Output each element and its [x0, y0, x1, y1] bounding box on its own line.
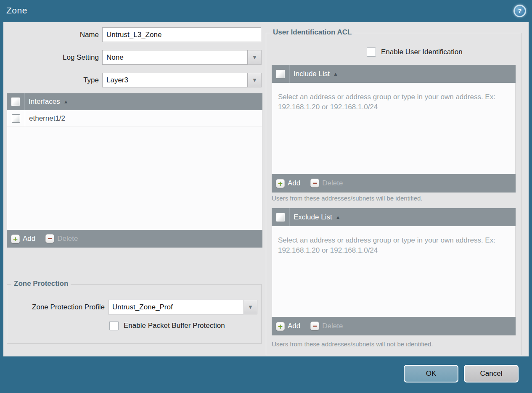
zone-dialog: Zone ? Name Log Setting ▼ Type ▼ Interfa…	[0, 0, 532, 393]
add-button-label: Add	[288, 322, 300, 330]
minus-icon: −	[310, 322, 319, 330]
interfaces-table-header: Interfaces ▲	[7, 93, 262, 110]
include-list-header: Include List ▲	[272, 65, 516, 83]
include-list-footer: + Add − Delete	[272, 174, 516, 193]
name-input[interactable]	[102, 27, 261, 42]
user-identification-legend: User Identification ACL	[270, 28, 354, 37]
exclude-list-column-header[interactable]: Exclude List	[294, 213, 332, 222]
delete-button-label: Delete	[322, 322, 343, 330]
add-button-label: Add	[288, 179, 300, 187]
sort-asc-icon: ▲	[64, 99, 69, 104]
type-input[interactable]	[102, 73, 248, 87]
exclude-list-note: Users from these addresses/subnets will …	[272, 340, 433, 348]
exclude-list-placeholder: Select an address or address group or ty…	[272, 226, 515, 256]
name-label: Name	[3, 27, 99, 42]
zone-protection-profile-input[interactable]	[108, 300, 244, 314]
packet-buffer-protection-label: Enable Packet Buffer Protection	[124, 321, 225, 331]
minus-icon: −	[310, 179, 319, 187]
enable-user-identification-checkbox[interactable]	[367, 47, 376, 57]
enable-user-identification-label: Enable User Identification	[381, 47, 463, 57]
include-add-button[interactable]: + Add	[276, 179, 300, 188]
include-list-body[interactable]: Select an address or address group or ty…	[272, 83, 516, 174]
exclude-select-all-checkbox[interactable]	[276, 213, 285, 222]
exclude-delete-button[interactable]: − Delete	[310, 322, 343, 330]
interfaces-add-button[interactable]: + Add	[11, 235, 35, 243]
log-setting-dropdown-button[interactable]: ▼	[248, 50, 262, 65]
chevron-down-icon: ▼	[252, 55, 257, 60]
interfaces-select-all-checkbox[interactable]	[11, 97, 20, 106]
sort-asc-icon: ▲	[333, 71, 338, 76]
include-list-note: Users from these addresses/subnets will …	[272, 195, 423, 202]
plus-icon: +	[276, 179, 285, 188]
zone-protection-profile-label: Zone Protection Profile	[7, 300, 105, 314]
interface-row-checkbox-cell	[7, 110, 25, 127]
include-list-placeholder: Select an address or address group or ty…	[272, 83, 515, 112]
packet-buffer-protection-checkbox[interactable]	[109, 321, 119, 330]
sort-asc-icon: ▲	[336, 215, 341, 220]
log-setting-label: Log Setting	[3, 50, 99, 65]
interface-row-checkbox[interactable]	[12, 114, 20, 123]
chevron-down-icon: ▼	[252, 77, 257, 83]
delete-button-label: Delete	[57, 235, 78, 243]
type-label: Type	[3, 73, 99, 87]
chevron-down-icon: ▼	[248, 304, 253, 310]
exclude-add-button[interactable]: + Add	[276, 322, 300, 331]
interfaces-delete-button[interactable]: − Delete	[45, 235, 78, 243]
include-header-checkbox-cell	[272, 65, 290, 83]
interfaces-header-checkbox-cell	[7, 93, 25, 110]
exclude-header-checkbox-cell	[272, 208, 290, 226]
include-delete-button[interactable]: − Delete	[310, 179, 343, 187]
exclude-list-table: Exclude List ▲ Select an address or addr…	[272, 208, 516, 335]
type-dropdown-button[interactable]: ▼	[248, 73, 262, 87]
interfaces-table-footer: + Add − Delete	[7, 230, 262, 248]
zone-protection-section: Zone Protection Zone Protection Profile …	[7, 284, 262, 344]
plus-icon: +	[276, 322, 285, 331]
interfaces-table-body: ethernet1/2	[7, 110, 262, 230]
include-list-column-header[interactable]: Include List	[294, 70, 330, 78]
interfaces-column-header[interactable]: Interfaces	[29, 98, 60, 106]
zone-protection-profile-dropdown-button[interactable]: ▼	[244, 300, 257, 314]
ok-button[interactable]: OK	[404, 365, 458, 382]
minus-icon: −	[45, 234, 54, 243]
include-select-all-checkbox[interactable]	[276, 69, 285, 79]
exclude-list-header: Exclude List ▲	[272, 208, 516, 226]
add-button-label: Add	[23, 235, 35, 243]
dialog-title: Zone	[6, 5, 27, 16]
zone-protection-legend: Zone Protection	[11, 280, 71, 288]
cancel-button[interactable]: Cancel	[464, 365, 519, 382]
exclude-list-footer: + Add − Delete	[272, 317, 516, 335]
plus-icon: +	[11, 235, 20, 243]
interfaces-table: Interfaces ▲ ethernet1/2 + Add −	[7, 93, 262, 248]
delete-button-label: Delete	[322, 179, 343, 187]
dialog-titlebar: Zone ?	[0, 0, 532, 22]
user-identification-section: User Identification ACL Enable User Iden…	[266, 33, 521, 355]
interface-row[interactable]: ethernet1/2	[7, 110, 262, 127]
help-icon[interactable]: ?	[513, 5, 526, 17]
interface-name: ethernet1/2	[29, 114, 65, 123]
dialog-body: Name Log Setting ▼ Type ▼ Interfaces ▲	[3, 22, 529, 356]
include-list-table: Include List ▲ Select an address or addr…	[272, 65, 516, 193]
log-setting-input[interactable]	[102, 50, 248, 65]
exclude-list-body[interactable]: Select an address or address group or ty…	[272, 226, 516, 317]
